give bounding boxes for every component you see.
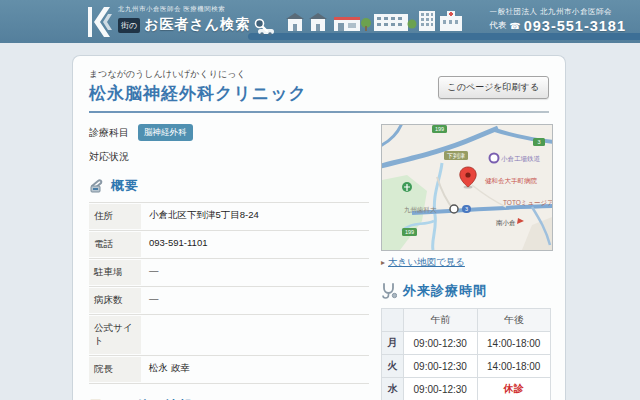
hours-pm: 14:00-18:00 [477, 332, 551, 355]
map-museum-label: TOTOミュージア [503, 199, 552, 206]
cityscape-illustration [256, 9, 462, 37]
hours-am: 09:00-12:30 [404, 355, 478, 378]
row-value [141, 315, 157, 355]
department-label: 診療科目 [89, 126, 129, 140]
hours-pm: 14:00-18:00 [477, 355, 551, 378]
site-logo[interactable]: 北九州市小倉医師会 医療機関検索 街の お医者さん検索 [88, 5, 268, 37]
rep-label: 代表 [489, 20, 506, 32]
right-column: 199 3 199 下到津 小倉工場鉄道 健和会大手町病院 3 九州歯科大 TO… [381, 124, 551, 400]
hours-row: 火09:00-12:3014:00-18:00 [382, 355, 551, 378]
row-value: ― [141, 287, 167, 314]
phone-icon: ☎ [509, 21, 520, 31]
table-row: 住所小倉北区下到津5丁目8-24 [89, 203, 369, 231]
hours-day: 月 [382, 332, 404, 355]
route-badge-right: 3 [537, 139, 540, 145]
map-link[interactable]: ▸ 大きい地図で見る [381, 256, 551, 269]
department-row: 診療科目 脳神経外科 [89, 124, 369, 141]
table-row: 病床数― [89, 287, 369, 315]
map-link-label: 大きい地図で見る [388, 256, 465, 269]
site-header: 北九州市小倉医師会 医療機関検索 街の お医者さん検索 一般社団法人 北九州市小… [0, 0, 640, 43]
hours-day: 火 [382, 355, 404, 378]
hours-corner-cell [382, 309, 404, 332]
map-intersection-badge: 3 [465, 206, 468, 212]
logo-k-icon [88, 7, 112, 37]
hours-row: 水09:00-12:30休診 [382, 378, 551, 400]
hours-day: 水 [382, 378, 404, 400]
overview-heading: 概要 [89, 177, 369, 195]
magnifier-icon [254, 18, 268, 32]
logo-prefix-badge: 街の [118, 18, 140, 33]
table-row: 公式サイト [89, 315, 369, 356]
link-arrow-icon: ▸ [381, 258, 385, 267]
map-university-label: 九州歯科大 [404, 206, 437, 213]
hours-am: 09:00-12:30 [404, 332, 478, 355]
logo-tagline: 北九州市小倉医師会 医療機関検索 [118, 5, 268, 14]
phone-number: 093-551-3181 [524, 18, 626, 34]
row-label: 住所 [89, 204, 141, 229]
route-badge-left: 199 [405, 229, 414, 235]
title-block: まつながのうしんけいげかくりにっく 松永脳神経外科クリニック このページを印刷す… [89, 68, 549, 113]
table-row: 電話093-591-1101 [89, 231, 369, 259]
title-underline [89, 111, 549, 113]
row-value: 松永 政幸 [141, 356, 198, 383]
header-contact: 一般社団法人 北九州市小倉医師会 代表 ☎ 093-551-3181 [489, 7, 626, 34]
row-value: ― [141, 259, 167, 286]
hours-col-am: 午前 [404, 309, 478, 332]
hours-heading: 外来診療時間 [381, 282, 551, 300]
row-label: 公式サイト [89, 316, 141, 354]
table-row: 駐車場― [89, 259, 369, 287]
print-button[interactable]: このページを印刷する [438, 76, 549, 99]
stethoscope-icon [381, 283, 397, 299]
hours-col-pm: 午後 [477, 309, 551, 332]
left-column: 診療科目 脳神経外科 対応状況 概要 住所小倉北区下到津5丁目8-24電話093… [89, 124, 369, 400]
clip-icon [89, 179, 105, 193]
overview-table: 住所小倉北区下到津5丁目8-24電話093-591-1101駐車場―病床数―公式… [89, 202, 369, 384]
route-badge-top: 199 [435, 126, 444, 132]
map[interactable]: 199 3 199 下到津 小倉工場鉄道 健和会大手町病院 3 九州歯科大 TO… [381, 124, 553, 251]
department-badge: 脳神経外科 [138, 124, 193, 141]
row-label: 電話 [89, 232, 141, 257]
status-row: 対応状況 [89, 150, 369, 164]
logo-title: お医者さん検索 [144, 16, 250, 34]
map-station-south-label: 南小倉 [496, 219, 516, 227]
hours-row: 月09:00-12:3014:00-18:00 [382, 332, 551, 355]
content-panel: まつながのうしんけいげかくりにっく 松永脳神経外科クリニック このページを印刷す… [72, 55, 566, 400]
row-label: 病床数 [89, 288, 141, 313]
hours-am: 09:00-12:30 [404, 378, 478, 400]
overview-title: 概要 [111, 177, 139, 195]
map-hospital-label: 健和会大手町病院 [485, 177, 538, 185]
row-value: 小倉北区下到津5丁目8-24 [141, 203, 267, 230]
row-label: 院長 [89, 357, 141, 382]
page: { "header": { "tagline": "北九州市小倉医師会 医療機関… [0, 0, 640, 400]
status-label: 対応状況 [89, 150, 129, 164]
row-label: 駐車場 [89, 260, 141, 285]
hours-title: 外来診療時間 [403, 282, 487, 300]
map-road-name: 下到津 [447, 152, 465, 160]
hours-table: 午前 午後 月09:00-12:3014:00-18:00火09:00-12:3… [381, 308, 551, 400]
hours-pm: 休診 [477, 378, 551, 400]
row-value: 093-591-1101 [141, 231, 215, 258]
org-name: 一般社団法人 北九州市小倉医師会 [489, 7, 626, 17]
table-row: 院長松永 政幸 [89, 356, 369, 384]
map-station-line-label: 小倉工場鉄道 [501, 155, 541, 163]
